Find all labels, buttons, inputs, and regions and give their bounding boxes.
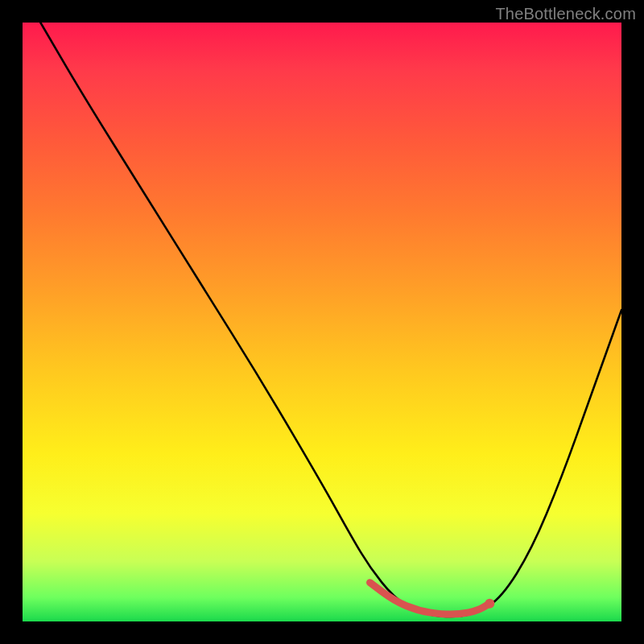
- chart-frame: TheBottleneck.com: [0, 0, 644, 644]
- highlight-band: [370, 583, 490, 614]
- curve-layer: [23, 23, 621, 621]
- highlight-end-dot: [485, 599, 494, 609]
- plot-area: [23, 23, 621, 621]
- bottleneck-curve: [40, 23, 621, 617]
- watermark-text: TheBottleneck.com: [495, 5, 636, 23]
